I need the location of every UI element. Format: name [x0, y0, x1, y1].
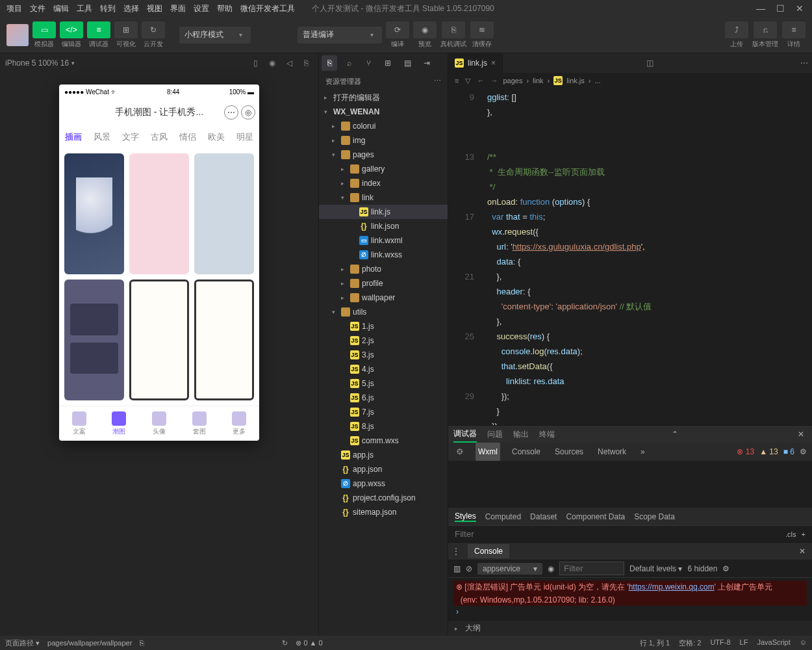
tree-file-linkjson[interactable]: {}link.json [319, 219, 448, 233]
tab-western[interactable]: 欧美 [208, 131, 225, 143]
error-link[interactable]: https://mp.weixin.qq.com [629, 582, 715, 592]
dbg-tab-terminal[interactable]: 终端 [539, 426, 555, 443]
tab-illustration[interactable]: 插画 [65, 131, 82, 143]
editor-more-icon[interactable]: ⋯ [796, 58, 812, 68]
cursor-position[interactable]: 行 1, 列 1 [640, 638, 670, 648]
maximize-button[interactable]: ☐ [770, 3, 790, 14]
wallpaper-tile[interactable] [64, 153, 124, 274]
explorer-tab-plugin[interactable]: ⇥ [419, 55, 435, 71]
menu-file[interactable]: 文件 [26, 3, 49, 14]
tabbar-avatar[interactable]: 头像 [152, 411, 166, 436]
styles-filter-input[interactable] [455, 529, 785, 539]
tree-file[interactable]: JS2.js [319, 333, 448, 348]
close-button[interactable]: ✕ [790, 3, 809, 14]
explorer-tab-files[interactable]: ⎘ [322, 55, 337, 71]
tab-star[interactable]: 明星 [236, 131, 253, 143]
tabbar-set[interactable]: 套图 [192, 411, 207, 436]
nav-fwd-icon[interactable]: → [489, 77, 499, 84]
tree-opened-editors[interactable]: ▸打开的编辑器 [319, 90, 448, 105]
tree-file[interactable]: JS5.js [319, 376, 448, 391]
cls-toggle[interactable]: .cls [785, 530, 796, 538]
tree-folder-pages[interactable]: ▾pages [319, 148, 448, 162]
console-filter-input[interactable] [559, 562, 624, 575]
page-route[interactable]: pages/wallpaper/wallpaper [47, 639, 132, 647]
devtools-tab-network[interactable]: Network [595, 443, 629, 461]
console-clear-icon[interactable]: ⊘ [466, 564, 472, 573]
wallpaper-tile[interactable] [129, 153, 189, 274]
tabbar-copywriting[interactable]: 文案 [72, 411, 86, 436]
cloud-button[interactable]: ↻ [142, 21, 165, 38]
bookmark-icon[interactable]: ▽ [464, 77, 472, 85]
console-settings-icon[interactable]: ⚙ [722, 564, 730, 573]
code-editor[interactable]: 91317212529 gglist: [] }, /** * 生命周期函数--… [448, 88, 812, 425]
tree-project-root[interactable]: ▾WX_WENAN [319, 105, 448, 119]
add-style-icon[interactable]: + [802, 530, 806, 538]
eol[interactable]: LF [740, 638, 748, 648]
tree-folder-profile[interactable]: ▸profile [319, 276, 448, 291]
component-data-tab[interactable]: Component Data [566, 512, 625, 521]
tree-folder-link[interactable]: ▾link [319, 190, 448, 205]
page-route-label[interactable]: 页面路径 ▾ [5, 638, 40, 648]
explorer-tab-search[interactable]: ⌕ [341, 55, 357, 71]
close-tab-icon[interactable]: × [491, 58, 496, 68]
outline-bar[interactable]: ▸大纲 [448, 620, 812, 636]
console-close-icon[interactable]: ✕ [793, 547, 812, 556]
levels-select[interactable]: Default levels ▾ [629, 564, 682, 573]
menu-view[interactable]: 视图 [143, 3, 166, 14]
phone-simulator[interactable]: ●●●●● WeChat ᯤ 8:44 100% ▬ 手机潮图 - 让手机秀..… [59, 84, 259, 441]
menu-edit[interactable]: 编辑 [49, 3, 73, 14]
error-count[interactable]: ⊗ 13 [737, 447, 754, 456]
menu-goto[interactable]: 转到 [96, 3, 120, 14]
tree-file-appwxss[interactable]: ∅app.wxss [319, 476, 448, 491]
panel-up-icon[interactable]: ⌃ [669, 430, 681, 439]
nav-back-icon[interactable]: ← [476, 77, 485, 84]
tree-file-appjs[interactable]: JSapp.js [319, 448, 448, 462]
tab-ancient[interactable]: 古风 [151, 131, 168, 143]
split-editor-icon[interactable]: ◫ [642, 58, 657, 68]
tab-scenery[interactable]: 风景 [94, 131, 110, 143]
inspect-icon[interactable]: ⯐ [453, 443, 466, 461]
dataset-tab[interactable]: Dataset [530, 512, 557, 521]
menu-select[interactable]: 选择 [120, 3, 143, 14]
menu-tools[interactable]: 工具 [73, 3, 96, 14]
capsule-close[interactable]: ◎ [241, 105, 255, 120]
scope-data-tab[interactable]: Scope Data [634, 512, 675, 521]
explorer-tab-ext[interactable]: ⊞ [380, 55, 396, 71]
capsule-menu[interactable]: ⋯ [224, 105, 238, 120]
clear-cache-button[interactable]: ≋ [470, 21, 494, 38]
status-errors[interactable]: ⊗ 0 ▲ 0 [296, 639, 322, 647]
dbg-tab-debugger[interactable]: 调试器 [453, 426, 477, 443]
wallpaper-tile[interactable] [64, 280, 124, 400]
warn-count[interactable]: ▲ 13 [759, 447, 778, 456]
device-icon[interactable]: ▯ [248, 58, 262, 68]
device-label[interactable]: iPhone 5 100% 16 [5, 58, 69, 68]
console-prompt[interactable]: › [453, 606, 807, 618]
tree-file-sitemap[interactable]: {}sitemap.json [319, 505, 448, 519]
cut-icon[interactable]: ⎘ [299, 58, 313, 68]
styles-tab[interactable]: Styles [455, 512, 476, 522]
editor-toggle[interactable]: </> [60, 21, 83, 38]
tree-folder-img[interactable]: ▸img [319, 133, 448, 148]
copy-route-icon[interactable]: ⎘ [140, 639, 144, 647]
dbg-tab-problems[interactable]: 问题 [487, 426, 503, 443]
encoding[interactable]: UTF-8 [710, 638, 730, 648]
tree-folder-colorui[interactable]: ▸colorui [319, 119, 448, 133]
sync-icon[interactable]: ↻ [282, 639, 288, 647]
app-mode-select[interactable]: 小程序模式▾ [179, 27, 251, 44]
devtools-more-icon[interactable]: » [638, 443, 648, 461]
upload-button[interactable]: ⤴ [725, 21, 748, 38]
tree-file-linkwxss[interactable]: ∅link.wxss [319, 248, 448, 262]
record-icon[interactable]: ◉ [265, 58, 279, 68]
tree-file[interactable]: JS3.js [319, 348, 448, 362]
panel-close-icon[interactable]: ✕ [795, 430, 807, 439]
mute-icon[interactable]: ◁ [282, 58, 296, 68]
console-menu-icon[interactable]: ⋮ [448, 547, 464, 556]
debugger-toggle[interactable]: ≡ [87, 21, 110, 38]
context-select[interactable]: appservice▾ [477, 563, 542, 575]
tree-file-linkjs[interactable]: JSlink.js [319, 205, 448, 219]
tree-file[interactable]: JS8.js [319, 419, 448, 434]
menu-wechat-devtools[interactable]: 微信开发者工具 [236, 3, 299, 14]
explorer-tab-db[interactable]: ▤ [400, 55, 415, 71]
tree-file-linkwxml[interactable]: ▭link.wxml [319, 233, 448, 248]
computed-tab[interactable]: Computed [485, 512, 521, 521]
